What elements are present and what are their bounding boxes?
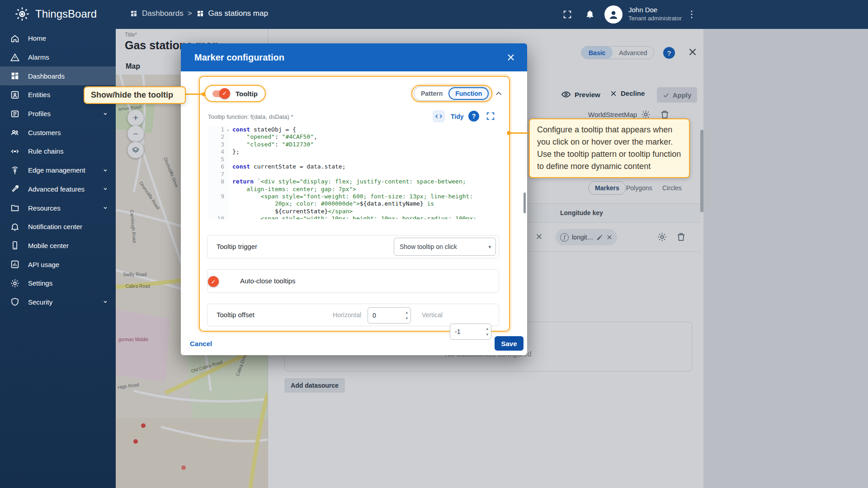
code-line: ${currentState}</span>	[208, 208, 499, 215]
code-editor[interactable]: 1▾const stateObj = {2 "opened": "#4CAF50…	[208, 126, 499, 219]
chevron-down-icon	[101, 166, 109, 174]
thingsboard-logo-icon	[14, 5, 31, 23]
wrench-icon	[10, 184, 20, 194]
tooltip-toggle-label: Tooltip	[236, 90, 258, 98]
function-option[interactable]: Function	[448, 87, 489, 100]
marker-configuration-dialog: Marker configuration ✓ Tooltip Pattern F…	[181, 43, 527, 355]
code-line: 2 "opened": "#4CAF50",	[208, 133, 499, 141]
sidebar-item-profiles[interactable]: Profiles	[0, 104, 116, 123]
save-button[interactable]: Save	[495, 336, 524, 351]
warning-icon	[10, 52, 20, 62]
autoclose-label: Auto-close tooltips	[240, 277, 296, 285]
offset-horizontal-value[interactable]	[368, 308, 410, 323]
offset-horizontal-label: Horizontal	[333, 311, 361, 319]
question-mark-glyph: ?	[472, 113, 476, 120]
people-icon	[10, 127, 20, 137]
code-toggle-icon[interactable]	[433, 110, 445, 122]
shield-icon	[10, 297, 20, 307]
sidebar-item-dashboards[interactable]: Dashboards	[0, 66, 116, 85]
sidebar-item-advanced-features[interactable]: Advanced features	[0, 180, 116, 199]
user-name: John Doe	[628, 6, 657, 14]
code-line: 10 <span style="width: 10px; height: 10p…	[208, 215, 499, 219]
chevron-down-icon	[101, 110, 109, 118]
offset-horizontal-input[interactable]: ▴▾	[368, 307, 411, 324]
editor-help-icon[interactable]: ?	[468, 111, 479, 122]
pattern-function-highlight: Pattern Function	[411, 85, 492, 102]
sidebar-item-label: Edge management	[28, 166, 101, 174]
user-role: Tenant administrator	[628, 15, 682, 22]
dialog-scrollbar[interactable]	[524, 192, 526, 213]
code-line: 9 <span style="font-weight: 600; font-si…	[208, 193, 499, 200]
code-line: 8return `<div style="display: flex; just…	[208, 178, 499, 185]
sidebar-item-label: Customers	[28, 129, 109, 136]
sidebar-item-label: Resources	[28, 204, 101, 212]
avatar[interactable]	[604, 5, 623, 23]
chart-icon	[10, 259, 20, 269]
dashboards-grid-icon	[130, 9, 138, 18]
sidebar-item-notification-center[interactable]: Notification center	[0, 217, 116, 236]
breadcrumb-current: Gas stations map	[208, 9, 268, 18]
brand-block[interactable]: ThingsBoard	[14, 5, 97, 23]
fullscreen-icon[interactable]	[562, 9, 572, 19]
callout-configure-tooltip: Configure a tooltip that appears when yo…	[529, 118, 690, 178]
tooltip-offset-row: Tooltip offset Horizontal ▴▾ Vertical ▴▾	[207, 304, 499, 326]
bell-outline-icon	[10, 222, 20, 232]
smartphone-icon	[10, 240, 20, 250]
callout-connector-line	[509, 132, 529, 134]
trigger-select-value: Show tooltip on click	[400, 243, 457, 250]
tooltip-trigger-label: Tooltip trigger	[217, 243, 257, 250]
code-line: 4};	[208, 148, 499, 155]
badge-icon	[10, 109, 20, 119]
screen: ThingsBoard Dashboards > Gas stations ma…	[0, 0, 868, 488]
tidy-button[interactable]: Tidy	[451, 113, 464, 120]
code-lines: 1▾const stateObj = {2 "opened": "#4CAF50…	[208, 126, 499, 219]
cancel-button[interactable]: Cancel	[190, 340, 212, 347]
stepper-arrows-icon[interactable]: ▴▾	[406, 310, 408, 321]
tooltip-trigger-select[interactable]: Show tooltip on click ▾	[394, 238, 496, 256]
brand-name: ThingsBoard	[35, 8, 97, 20]
notifications-bell-icon[interactable]	[585, 9, 595, 19]
autoclose-row: ✓ Auto-close tooltips	[207, 269, 499, 293]
dialog-header: Marker configuration	[181, 43, 527, 71]
sidebar-item-api-usage[interactable]: API usage	[0, 255, 116, 274]
stepper-arrows-icon[interactable]: ▴▾	[486, 326, 488, 338]
dialog-close-icon[interactable]	[505, 52, 516, 63]
sidebar-item-resources[interactable]: Resources	[0, 198, 116, 217]
home-icon	[10, 33, 20, 43]
collapse-chevron-up-icon[interactable]	[494, 89, 504, 99]
breadcrumb: Dashboards > Gas stations map	[130, 9, 268, 18]
sidebar-item-customers[interactable]: Customers	[0, 123, 116, 142]
sidebar-item-home[interactable]: Home	[0, 29, 116, 48]
sidebar-item-label: Profiles	[28, 110, 101, 117]
caret-down-icon: ▾	[488, 244, 491, 250]
code-line: 7	[208, 171, 499, 178]
sidebar-item-edge-management[interactable]: Edge management	[0, 161, 116, 180]
sidebar-item-label: Mobile center	[28, 242, 109, 249]
tooltip-toggle-highlight: ✓ Tooltip	[204, 85, 266, 102]
breadcrumb-root[interactable]: Dashboards	[142, 9, 184, 18]
offset-vertical-input[interactable]: ▴▾	[450, 324, 491, 340]
callout-text: Configure a tooltip that appears when yo…	[537, 125, 681, 171]
offset-vertical-label: Vertical	[422, 311, 443, 319]
sidebar-item-label: Settings	[28, 279, 109, 287]
sidebar-item-label: Rule chains	[28, 147, 109, 155]
kebab-menu-icon[interactable]: ⋮	[687, 9, 696, 19]
toggle-check-icon: ✓	[219, 88, 230, 99]
code-line: 20px; color: #000000de">${data.entityNam…	[208, 200, 499, 207]
offset-vertical-value[interactable]	[450, 324, 491, 339]
chevron-down-icon	[101, 298, 109, 306]
editor-fullscreen-icon[interactable]	[486, 111, 495, 121]
tooltip-toggle[interactable]: ✓	[212, 90, 229, 97]
sidebar-item-label: API usage	[28, 261, 109, 268]
sidebar-item-label: Notification center	[28, 223, 109, 230]
sidebar-item-security[interactable]: Security	[0, 293, 116, 312]
sidebar-item-rule-chains[interactable]: Rule chains	[0, 142, 116, 161]
sidebar-item-alarms[interactable]: Alarms	[0, 48, 116, 67]
callout-text: Show/hide the tooltip	[91, 90, 173, 99]
toggle-check-icon: ✓	[208, 276, 219, 287]
sidebar-item-mobile-center[interactable]: Mobile center	[0, 236, 116, 255]
pattern-option[interactable]: Pattern	[415, 90, 448, 97]
chevron-down-icon	[101, 185, 109, 193]
sidebar-item-settings[interactable]: Settings	[0, 274, 116, 293]
callout-show-hide-tooltip: Show/hide the tooltip	[84, 86, 186, 104]
